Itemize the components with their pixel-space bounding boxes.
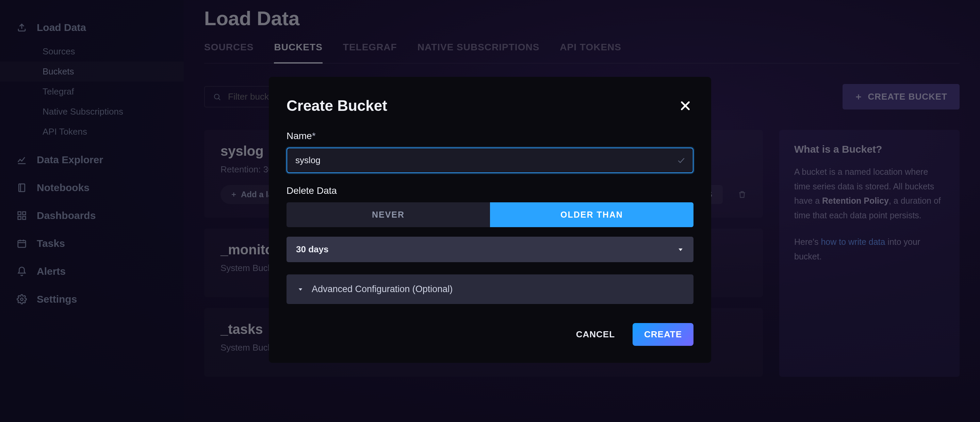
caret-down-icon	[677, 246, 684, 253]
cancel-button[interactable]: CANCEL	[567, 323, 624, 346]
close-icon[interactable]	[677, 98, 694, 114]
modal-overlay[interactable]: Create Bucket Name* Delete Data NEVER OL…	[0, 0, 980, 422]
segment-never[interactable]: NEVER	[286, 202, 490, 227]
caret-down-icon	[298, 286, 304, 292]
retention-select[interactable]: 30 days	[286, 237, 694, 262]
advanced-config-label: Advanced Configuration (Optional)	[312, 284, 453, 295]
create-button[interactable]: CREATE	[633, 323, 694, 346]
segment-older-than[interactable]: OLDER THAN	[490, 202, 694, 227]
svg-marker-20	[679, 248, 682, 251]
create-bucket-modal: Create Bucket Name* Delete Data NEVER OL…	[269, 77, 711, 363]
retention-value: 30 days	[296, 244, 328, 255]
check-icon	[677, 156, 685, 165]
svg-marker-21	[299, 288, 302, 291]
advanced-config-toggle[interactable]: Advanced Configuration (Optional)	[286, 274, 694, 304]
modal-title: Create Bucket	[286, 97, 387, 114]
name-label: Name*	[286, 130, 694, 141]
delete-data-label: Delete Data	[286, 185, 694, 196]
delete-data-segmented: NEVER OLDER THAN	[286, 202, 694, 227]
bucket-name-input[interactable]	[286, 148, 694, 173]
